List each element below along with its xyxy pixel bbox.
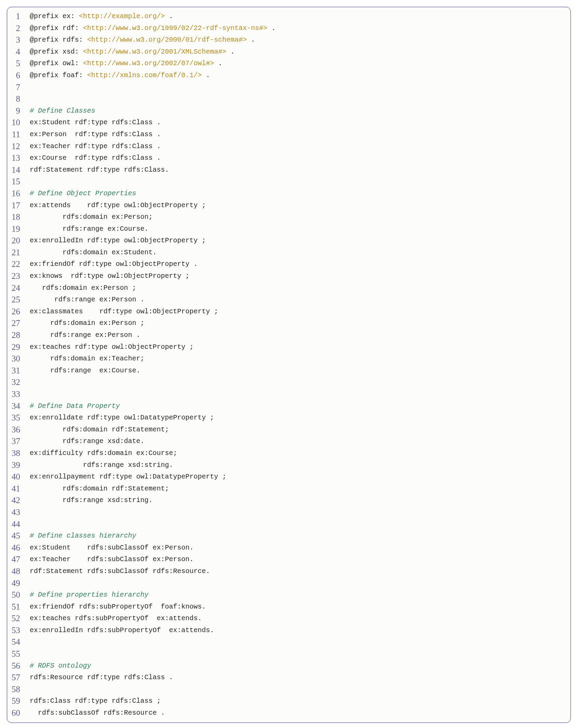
code-line: rdfs:domain ex:Student. <box>30 247 567 259</box>
line-number: 44 <box>7 518 24 530</box>
code-segment: @prefix owl: <box>30 59 83 67</box>
code-segment: ex:difficulty rdfs:domain ex:Course; <box>30 449 177 457</box>
code-segment: ex:Student rdf:type rdfs:Class . <box>30 118 161 126</box>
code-segment: @prefix foaf: <box>30 71 87 79</box>
code-line <box>30 93 567 105</box>
code-line: rdfs:domain ex:Person ; <box>30 282 567 294</box>
code-line: @prefix rdf: <http://www.w3.org/1999/02/… <box>30 23 567 34</box>
line-number: 43 <box>7 506 24 518</box>
line-number: 9 <box>7 105 24 117</box>
code-segment: rdfs:domain ex:Student. <box>30 248 157 256</box>
code-line: @prefix ex: <http://example.org/> . <box>30 11 567 23</box>
code-segment: . <box>214 59 222 67</box>
line-number: 13 <box>7 152 24 164</box>
code-segment: ex:Course rdf:type rdfs:Class . <box>30 154 161 162</box>
code-segment: ex:friendOf rdf:type owl:ObjectProperty … <box>30 260 198 268</box>
code-line: rdf:Statement rdfs:subClassOf rdfs:Resou… <box>30 566 567 577</box>
line-number: 19 <box>7 223 24 235</box>
code-segment: ex:Student rdfs:subClassOf ex:Person. <box>30 544 194 552</box>
line-number: 47 <box>7 554 24 566</box>
line-number: 3 <box>7 34 24 46</box>
line-number: 8 <box>7 93 24 105</box>
code-line: ex:Teacher rdf:type rdfs:Class . <box>30 141 567 153</box>
line-number: 39 <box>7 459 24 471</box>
code-line: rdfs:domain rdf:Statement; <box>30 424 567 436</box>
code-line: rdfs:range ex:Course. <box>30 365 567 377</box>
code-line: ex:teaches rdf:type owl:ObjectProperty ; <box>30 341 567 353</box>
code-segment: ex:enrollpayment rdf:type owl:DatatypePr… <box>30 473 226 481</box>
line-number: 20 <box>7 235 24 247</box>
code-line: rdfs:range xsd:string. <box>30 495 567 506</box>
code-segment: . <box>165 12 173 20</box>
code-segment: rdf:Statement rdfs:subClassOf rdfs:Resou… <box>30 567 210 575</box>
line-number: 30 <box>7 353 24 365</box>
line-number: 40 <box>7 471 24 483</box>
code-line: rdfs:range xsd:date. <box>30 436 567 447</box>
line-number: 37 <box>7 436 24 447</box>
line-number: 56 <box>7 660 24 672</box>
line-number: 4 <box>7 46 24 58</box>
line-number: 7 <box>7 82 24 94</box>
code-segment: <http://example.org/> <box>79 12 165 20</box>
line-number: 12 <box>7 141 24 153</box>
code-segment: ex:teaches rdf:type owl:ObjectProperty ; <box>30 343 194 351</box>
code-segment: ex:Teacher rdfs:subClassOf ex:Person. <box>30 555 194 563</box>
code-segment: <http://www.w3.org/2000/01/rdf-schema#> <box>87 36 247 44</box>
line-number: 60 <box>7 707 24 719</box>
line-number: 35 <box>7 412 24 424</box>
code-line: @prefix owl: <http://www.w3.org/2002/07/… <box>30 58 567 70</box>
code-segment: # RDFS ontology <box>30 662 91 670</box>
line-number: 28 <box>7 329 24 341</box>
code-line: @prefix foaf: <http://xmlns.com/foaf/0.1… <box>30 70 567 82</box>
code-segment: . <box>202 71 210 79</box>
line-number: 14 <box>7 164 24 176</box>
code-segment: ex:knows rdf:type owl:ObjectProperty ; <box>30 272 189 280</box>
code-line: ex:Student rdf:type rdfs:Class . <box>30 117 567 129</box>
line-number: 42 <box>7 495 24 506</box>
code-segment: rdfs:Class rdf:type rdfs:Class ; <box>30 697 161 705</box>
code-line: rdfs:domain ex:Teacher; <box>30 353 567 365</box>
code-line: # Define Object Properties <box>30 188 567 200</box>
code-line: rdfs:range xsd:string. <box>30 459 567 471</box>
line-number: 1 <box>7 11 24 23</box>
code-segment: rdfs:range xsd:string. <box>30 496 153 504</box>
code-segment: ex:Teacher rdf:type rdfs:Class . <box>30 142 161 150</box>
line-number: 11 <box>7 129 24 141</box>
line-number: 22 <box>7 258 24 270</box>
line-number: 55 <box>7 648 24 660</box>
line-number: 36 <box>7 424 24 436</box>
code-segment: rdfs:domain ex:Teacher; <box>30 355 144 362</box>
code-segment: # Define Classes <box>30 107 95 115</box>
code-line <box>30 388 567 400</box>
code-segment: ex:Person rdf:type rdfs:Class . <box>30 130 161 138</box>
code-segment: rdfs:domain rdf:Statement; <box>30 485 169 493</box>
code-segment: <http://www.w3.org/2001/XMLSchema#> <box>83 48 226 56</box>
code-segment: rdfs:range xsd:date. <box>30 437 144 445</box>
line-number: 51 <box>7 601 24 613</box>
code-segment: # Define Data Property <box>30 402 120 410</box>
code-line: rdfs:Class rdf:type rdfs:Class ; <box>30 695 567 707</box>
code-line: ex:enrolledIn rdf:type owl:ObjectPropert… <box>30 235 567 247</box>
code-line: rdfs:domain ex:Person ; <box>30 317 567 329</box>
line-number: 54 <box>7 636 24 648</box>
code-line: ex:enrolldate rdf:type owl:DatatypePrope… <box>30 412 567 424</box>
code-content: @prefix ex: <http://example.org/> .@pref… <box>24 7 571 723</box>
line-number: 24 <box>7 282 24 294</box>
line-number: 21 <box>7 247 24 259</box>
line-number: 50 <box>7 589 24 601</box>
code-segment: ex:friendOf rdfs:subPropertyOf foaf:know… <box>30 603 206 611</box>
code-line <box>30 506 567 518</box>
code-line: ex:Student rdfs:subClassOf ex:Person. <box>30 542 567 554</box>
code-segment: . <box>247 36 255 44</box>
line-number: 45 <box>7 530 24 542</box>
code-segment: # Define properties hierarchy <box>30 591 149 599</box>
code-line: # Define classes hierarchy <box>30 530 567 542</box>
code-line: rdfs:range ex:Person . <box>30 329 567 341</box>
code-segment: rdfs:range ex:Person . <box>30 296 144 303</box>
code-segment: ex:teaches rdfs:subPropertyOf ex:attends… <box>30 614 202 622</box>
code-segment: rdfs:subClassOf rdfs:Resource . <box>30 709 165 717</box>
code-segment: ex:enrolldate rdf:type owl:DatatypePrope… <box>30 414 214 422</box>
code-segment: rdfs:range ex:Course. <box>30 367 140 374</box>
code-segment: # Define classes hierarchy <box>30 532 136 540</box>
code-line: ex:enrolledIn rdfs:subPropertyOf ex:atte… <box>30 625 567 637</box>
